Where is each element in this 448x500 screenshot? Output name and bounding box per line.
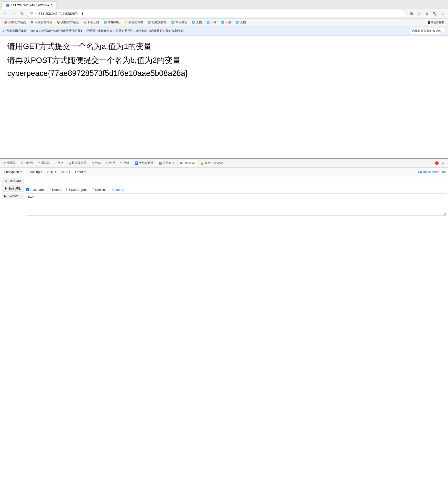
bookmark-label: 火狐官方站点 — [61, 20, 79, 24]
bookmark-label: 天猫 — [196, 20, 202, 24]
bottom-spacer — [0, 217, 448, 364]
bookmark-item[interactable]: 📁 新建文件夹 — [122, 19, 145, 25]
post-data-checkbox-label[interactable]: Post data — [26, 188, 44, 192]
bookmark-item[interactable]: 🌐 天猫 — [190, 19, 204, 25]
inspector-label: 查看器 — [7, 161, 16, 165]
page-instruction-2: 请再以POST方式随便提交一个名为b,值为2的变量 — [7, 55, 441, 66]
tab-style-editor[interactable]: {} 样式编辑器 — [66, 160, 89, 167]
tab-hackbar[interactable]: HackBar — [177, 160, 197, 167]
info-bar-text: 为提高用户体验，Firefox 将发送部分功能的使用情况给我们，用于进一步优化火… — [6, 29, 407, 33]
menu-button[interactable]: ≡ — [439, 10, 446, 17]
encoding-arrow: ▼ — [41, 170, 43, 173]
address-bar[interactable]: 🛡 ⚠ 111.200.241.244:62828/?a=1 — [27, 10, 406, 17]
hackbar-main: 🖥 Load URL ⚙ Split URL ▶ Execute — [0, 176, 448, 217]
more-bookmarks-button[interactable]: » — [420, 20, 425, 25]
style-editor-icon: {} — [69, 161, 71, 165]
menu-item-xss[interactable]: XSS ▼ — [59, 169, 73, 175]
user-agent-checkbox[interactable] — [66, 188, 70, 191]
cookies-checkbox-label[interactable]: Cookies — [91, 188, 107, 192]
devtools-settings-button[interactable]: ⊞ — [440, 160, 446, 166]
post-data-textarea[interactable]: b=2 — [26, 194, 446, 216]
encoding-label: Encoding — [26, 170, 40, 174]
url-input[interactable] — [26, 178, 446, 186]
menu-item-encoding[interactable]: Encoding ▼ — [24, 169, 45, 175]
referer-checkbox[interactable] — [48, 188, 51, 191]
split-url-icon: ⚙ — [4, 187, 7, 190]
tab-accessibility[interactable]: ♿ 无障碍环境 — [132, 160, 156, 167]
bookmark-item[interactable]: 🦊 火狐官方站点 — [28, 19, 54, 25]
page-instruction-1: 请用GET方式提交一个名为a,值为1的变量 — [7, 41, 441, 52]
load-url-button[interactable]: 🖥 Load URL — [2, 178, 24, 184]
browser-tab[interactable]: 111.200.241.244:62828/?a=1 — [2, 1, 57, 9]
bookmark-item[interactable]: 🦊 火狐官方站点 — [55, 19, 81, 25]
hackbar-content: Post data Referer User Agent Cookies — [26, 178, 446, 216]
tab-debugger[interactable]: □ 调试器 — [36, 160, 52, 167]
post-data-checkbox[interactable] — [26, 188, 29, 191]
bookmark-icon: 🌐 — [192, 21, 195, 24]
page-content: 请用GET方式提交一个名为a,值为1的变量 请再以POST方式随便提交一个名为b… — [0, 36, 448, 158]
tab-application[interactable]: ▦ 应用程序 — [157, 160, 177, 167]
hack-text: Hack — [439, 170, 446, 174]
bookmark-item[interactable]: 🌐 天猫 — [219, 19, 233, 25]
browser-tabs-bar: 111.200.241.244:62828/?a=1 — [0, 0, 448, 9]
bookmark-icon: 🦊 — [30, 21, 34, 24]
user-agent-checkbox-label[interactable]: User Agent — [66, 188, 86, 192]
back-button[interactable]: ← — [2, 10, 9, 17]
tab-performance[interactable]: ◷ 性能 — [89, 160, 104, 167]
hackbar-active-dot — [180, 162, 183, 164]
menu-item-encryption[interactable]: Encryption ▼ — [2, 169, 24, 175]
tab-title: 111.200.241.244:62828/?a=1 — [11, 3, 52, 7]
tab-inspector[interactable]: □ 查看器 — [2, 160, 18, 167]
security-icon: 🛡 — [30, 12, 33, 16]
tab-favicon — [6, 4, 10, 7]
execute-button[interactable]: ▶ Execute — [2, 193, 24, 199]
tab-memory[interactable]: □ 内存 — [104, 160, 118, 167]
referer-checkbox-label[interactable]: Referer — [48, 188, 63, 192]
refresh-button[interactable]: ↻ — [18, 10, 25, 17]
mobile-device-bookmark[interactable]: 📱移动设备书 — [425, 20, 446, 25]
star-button[interactable]: ☆ — [416, 10, 423, 17]
contribute-text: Contribute now! — [418, 170, 438, 174]
bookmark-icon: 🌐 — [221, 21, 224, 24]
profile-button[interactable]: 🐾 — [431, 10, 438, 17]
bookmark-label: 火狐官方站点 — [8, 20, 26, 24]
bookmark-item[interactable]: 🌐 天猫 — [204, 19, 219, 25]
devtools-tab-bar: □ 查看器 □ 控制台 □ 调试器 ↕ 网络 {} 样式编辑器 ◷ 性能 □ 内… — [0, 159, 448, 167]
tab-max-hackbar[interactable]: 🔒 Max HackBar — [198, 160, 225, 166]
debugger-label: 调试器 — [41, 161, 50, 165]
contribute-link[interactable]: Contribute now! Hack — [418, 170, 446, 174]
cookies-checkbox[interactable] — [91, 188, 94, 191]
bookmark-icon: 🦊 — [4, 21, 7, 24]
bookmark-item[interactable]: 🌐 常用网址 — [169, 19, 189, 25]
extensions-button[interactable]: ⊞ — [408, 10, 415, 17]
bookmark-item[interactable]: 🌐 天猫 — [234, 19, 248, 25]
bookmark-item[interactable]: 🦊 火狐官方站点 — [2, 19, 28, 25]
network-icon: ↕ — [55, 161, 57, 165]
info-bar-button[interactable]: 选择您要分享的数据(C) — [409, 28, 445, 34]
bookmark-label: 新建文件夹 — [152, 20, 167, 24]
accessibility-icon: ♿ — [134, 161, 138, 165]
tab-console[interactable]: □ 控制台 — [19, 160, 35, 167]
bookmark-item[interactable]: 🌐 新建文件夹 — [146, 19, 169, 25]
bookmark-item[interactable]: 🌐 常用网址 — [102, 19, 122, 25]
bookmark-icon: 🦊 — [57, 21, 60, 24]
clear-all-label: Clear All — [112, 188, 124, 192]
address-text: 111.200.241.244:62828/?a=1 — [39, 12, 403, 16]
style-editor-label: 样式编辑器 — [72, 161, 86, 165]
checkboxes-row: Post data Referer User Agent Cookies — [26, 187, 446, 192]
application-icon: ▦ — [159, 161, 162, 165]
tab-storage[interactable]: □ 存储 — [118, 160, 131, 167]
settings-button[interactable]: ⚙ — [424, 10, 431, 17]
clear-all-button[interactable]: Clear All — [112, 188, 124, 192]
bookmark-label: 新手上路 — [87, 20, 99, 24]
other-arrow: ▼ — [84, 170, 86, 173]
menu-item-other[interactable]: Other ▼ — [73, 169, 88, 175]
bookmark-label: 天猫 — [211, 20, 217, 24]
menu-item-sql[interactable]: SQL ▼ — [45, 169, 59, 175]
performance-icon: ◷ — [92, 161, 94, 165]
split-url-button[interactable]: ⚙ Split URL — [2, 185, 24, 192]
tab-network[interactable]: ↕ 网络 — [53, 160, 66, 167]
bookmark-item[interactable]: 🔥 新手上路 — [81, 19, 101, 25]
memory-icon: □ — [107, 161, 108, 165]
forward-button[interactable]: → — [10, 10, 17, 17]
